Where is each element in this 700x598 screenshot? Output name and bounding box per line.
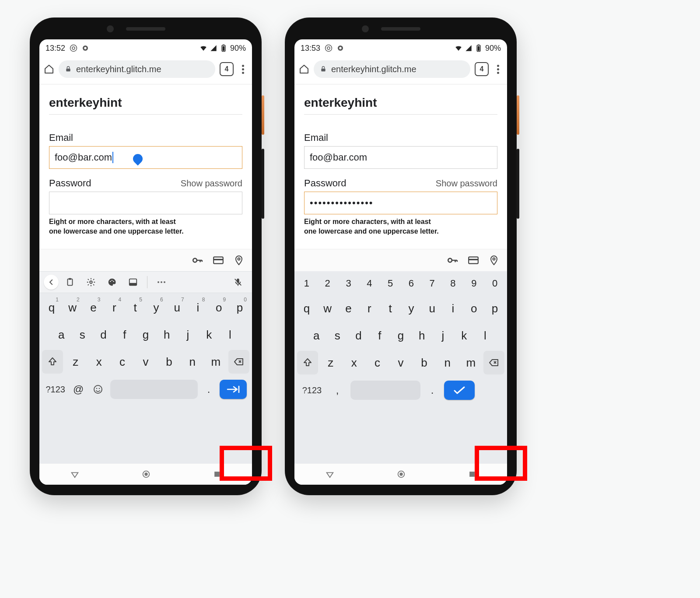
key-r[interactable]: r <box>360 297 379 320</box>
key-j[interactable]: j <box>433 324 452 347</box>
key-l[interactable]: l <box>476 324 495 347</box>
key-e[interactable]: e <box>339 297 358 320</box>
menu-kebab-icon[interactable] <box>238 65 248 74</box>
key-6[interactable]: 6 <box>402 274 421 293</box>
key-n[interactable]: n <box>182 350 203 374</box>
key-y[interactable]: y6 <box>147 296 166 319</box>
key-emoji[interactable] <box>91 380 106 399</box>
show-password-toggle[interactable]: Show password <box>436 178 497 189</box>
key-u[interactable]: u <box>423 297 442 320</box>
card-icon[interactable] <box>213 255 224 266</box>
key-q[interactable]: q <box>297 297 316 320</box>
key-d[interactable]: d <box>349 324 368 347</box>
key-r[interactable]: r4 <box>105 296 124 319</box>
key-u[interactable]: u7 <box>168 296 187 319</box>
key-l[interactable]: l <box>220 323 240 346</box>
key-at[interactable]: , <box>329 381 346 400</box>
key-o[interactable]: o <box>464 297 483 320</box>
key-at[interactable]: @ <box>70 380 86 399</box>
pin-icon[interactable] <box>234 255 244 266</box>
email-input[interactable]: foo@bar.com <box>304 146 497 169</box>
key-w[interactable]: w <box>318 297 337 320</box>
key-4[interactable]: 4 <box>360 274 379 293</box>
key-s[interactable]: s <box>328 324 347 347</box>
kb-clipboard-icon[interactable] <box>60 274 80 290</box>
key-w[interactable]: w2 <box>63 296 82 319</box>
key-shift[interactable] <box>42 350 63 374</box>
key-s[interactable]: s <box>73 323 92 346</box>
key-1[interactable]: 1 <box>297 274 316 293</box>
key-a[interactable]: a <box>52 323 71 346</box>
key-v[interactable]: v <box>135 350 156 374</box>
key-t[interactable]: t5 <box>126 296 145 319</box>
nav-home-icon[interactable] <box>396 469 406 479</box>
key-z[interactable]: z <box>65 350 86 374</box>
key-h[interactable]: h <box>412 324 431 347</box>
key-m[interactable]: m <box>460 351 482 374</box>
key-f[interactable]: f <box>115 323 134 346</box>
key-enter[interactable] <box>444 381 475 400</box>
key-t[interactable]: t <box>381 297 400 320</box>
key-5[interactable]: 5 <box>381 274 400 293</box>
tab-count-button[interactable]: 4 <box>475 62 489 76</box>
pin-icon[interactable] <box>489 255 499 266</box>
key-enter[interactable] <box>220 380 247 399</box>
key-z[interactable]: z <box>320 351 341 374</box>
kb-mic-off-icon[interactable] <box>228 274 248 290</box>
key-j[interactable]: j <box>178 323 197 346</box>
kb-gear-icon[interactable] <box>81 274 101 290</box>
key-o[interactable]: o9 <box>209 296 228 319</box>
key-backspace[interactable] <box>228 350 249 374</box>
key-i[interactable]: i <box>444 297 463 320</box>
password-input[interactable] <box>49 192 242 214</box>
key-0[interactable]: 0 <box>485 274 504 293</box>
tab-count-button[interactable]: 4 <box>220 62 234 76</box>
home-icon[interactable] <box>44 64 54 74</box>
key-p[interactable]: p0 <box>230 296 249 319</box>
key-space[interactable] <box>350 381 420 400</box>
key-y[interactable]: y <box>402 297 421 320</box>
key-space[interactable] <box>110 380 198 399</box>
key-3[interactable]: 3 <box>339 274 358 293</box>
key-icon[interactable] <box>192 255 203 266</box>
key-period[interactable]: . <box>202 380 215 399</box>
key-8[interactable]: 8 <box>444 274 463 293</box>
key-i[interactable]: i8 <box>189 296 208 319</box>
key-e[interactable]: e3 <box>84 296 103 319</box>
key-backspace[interactable] <box>483 351 504 374</box>
key-v[interactable]: v <box>390 351 411 374</box>
kb-collapse-icon[interactable] <box>44 275 59 290</box>
show-password-toggle[interactable]: Show password <box>181 178 242 189</box>
key-d[interactable]: d <box>94 323 113 346</box>
key-m[interactable]: m <box>205 350 227 374</box>
card-icon[interactable] <box>468 255 479 266</box>
key-x[interactable]: x <box>343 351 364 374</box>
key-h[interactable]: h <box>157 323 176 346</box>
key-7[interactable]: 7 <box>423 274 442 293</box>
key-2[interactable]: 2 <box>318 274 337 293</box>
key-c[interactable]: c <box>367 351 388 374</box>
kb-more-icon[interactable] <box>152 274 171 290</box>
kb-dock-icon[interactable] <box>123 274 143 290</box>
key-9[interactable]: 9 <box>464 274 483 293</box>
password-input[interactable]: ••••••••••••••• <box>304 192 497 214</box>
menu-kebab-icon[interactable] <box>493 65 503 74</box>
key-c[interactable]: c <box>112 350 133 374</box>
key-q[interactable]: q1 <box>42 296 61 319</box>
key-k[interactable]: k <box>455 324 474 347</box>
key-p[interactable]: p <box>485 297 504 320</box>
key-k[interactable]: k <box>200 323 219 346</box>
key-icon[interactable] <box>447 255 458 266</box>
home-icon[interactable] <box>299 64 309 74</box>
key-g[interactable]: g <box>391 324 410 347</box>
key-g[interactable]: g <box>136 323 155 346</box>
url-bar[interactable]: enterkeyhint.glitch.me <box>59 60 215 78</box>
key-period[interactable]: . <box>425 381 440 400</box>
key-symbols[interactable]: ?123 <box>300 381 324 400</box>
key-b[interactable]: b <box>158 350 180 374</box>
kb-palette-icon[interactable] <box>102 274 122 290</box>
key-f[interactable]: f <box>370 324 389 347</box>
key-b[interactable]: b <box>413 351 435 374</box>
key-shift[interactable] <box>297 351 318 374</box>
nav-back-icon[interactable] <box>325 469 335 479</box>
